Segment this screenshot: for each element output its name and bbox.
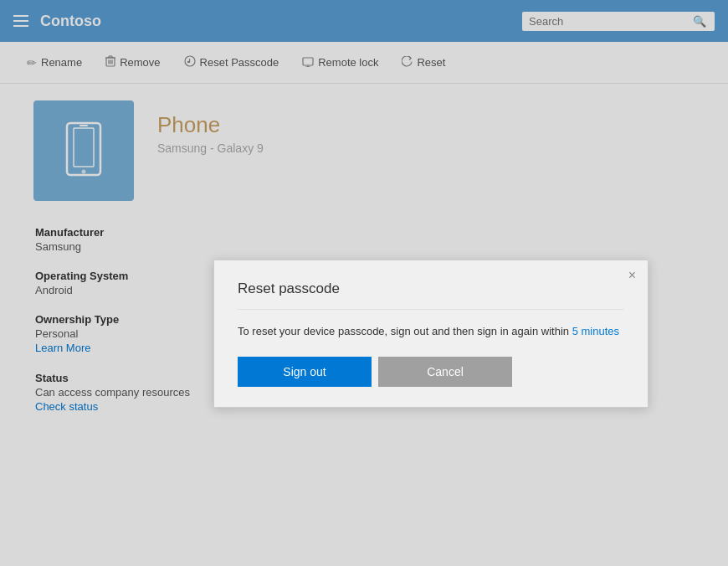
modal-body-highlight: 5 minutes [572, 325, 619, 337]
modal-body-text: To reset your device passcode, sign out … [238, 325, 572, 337]
sign-out-button[interactable]: Sign out [238, 357, 372, 387]
cancel-button[interactable]: Cancel [378, 357, 512, 387]
modal-divider [238, 309, 624, 310]
modal-body: To reset your device passcode, sign out … [238, 323, 624, 340]
modal-close-button[interactable]: × [628, 269, 636, 282]
reset-passcode-modal: × Reset passcode To reset your device pa… [213, 260, 649, 408]
modal-actions: Sign out Cancel [238, 357, 624, 387]
modal-overlay: × Reset passcode To reset your device pa… [0, 0, 728, 566]
modal-title: Reset passcode [238, 280, 624, 297]
